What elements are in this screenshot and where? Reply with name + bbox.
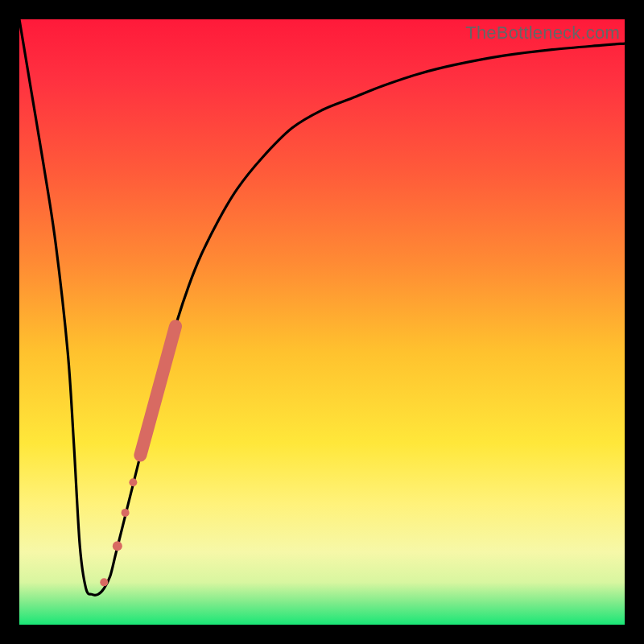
chart-svg	[19, 19, 625, 625]
data-point-marker	[113, 541, 122, 551]
data-point-marker	[100, 578, 108, 586]
chart-frame: TheBottleneck.com	[0, 0, 644, 644]
data-point-marker	[122, 509, 130, 517]
watermark-text: TheBottleneck.com	[465, 23, 620, 43]
data-point-marker	[129, 478, 137, 486]
plot-area: TheBottleneck.com	[19, 19, 625, 625]
